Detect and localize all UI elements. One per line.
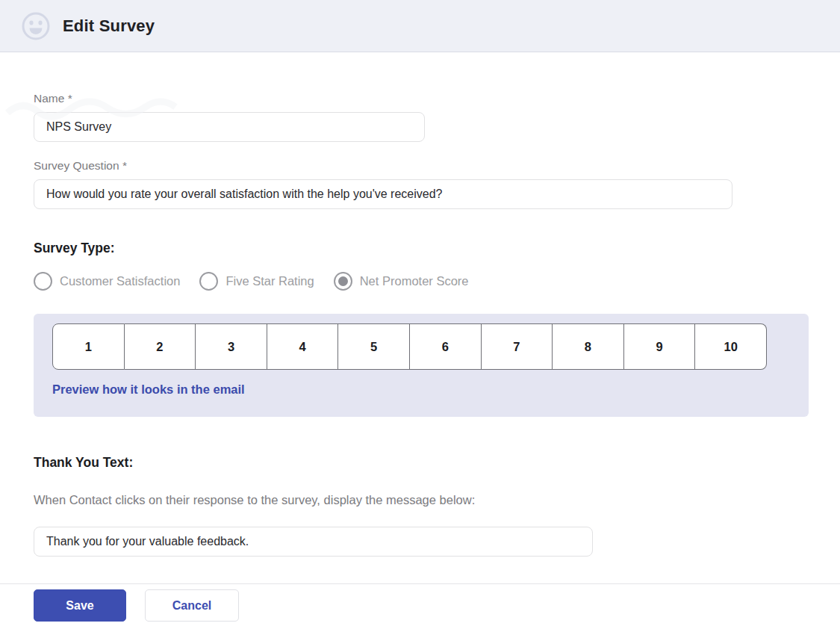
nps-score-box: 1 [52,323,125,370]
nps-score-row: 12345678910 [52,323,767,370]
footer-actions: Save Cancel [34,589,806,622]
radio-label: Five Star Rating [225,274,314,288]
radio-label: Customer Satisfaction [60,274,180,288]
thank-you-input[interactable] [34,527,593,557]
nps-score-box: 3 [196,323,267,370]
nps-score-box: 6 [410,323,482,370]
thank-you-instruction: When Contact clicks on their response to… [34,493,806,507]
radio-label: Net Promoter Score [360,274,469,288]
nps-score-box: 2 [125,323,196,370]
page-header: Edit Survey [0,0,840,52]
nps-score-box: 9 [624,323,696,370]
footer-divider [0,583,840,584]
nps-score-box: 7 [482,323,553,370]
edit-survey-form: Name * Survey Question * Survey Type: Cu… [0,92,840,622]
survey-type-radio[interactable]: Net Promoter Score [334,272,469,291]
radio-icon [199,272,218,291]
survey-type-heading: Survey Type: [34,241,806,256]
nps-score-box: 5 [338,323,410,370]
radio-icon [34,272,52,291]
survey-type-options: Customer Satisfaction Five Star Rating N… [34,272,806,291]
nps-preview-panel: 12345678910 Preview how it looks in the … [34,314,809,417]
nps-score-box: 4 [267,323,339,370]
survey-type-radio[interactable]: Five Star Rating [199,272,314,291]
page-title: Edit Survey [63,16,155,36]
cancel-button[interactable]: Cancel [145,589,239,622]
save-button[interactable]: Save [34,589,126,622]
survey-question-input[interactable] [34,179,732,209]
mood-icon [21,11,51,41]
name-label: Name * [34,92,806,105]
radio-icon [334,272,352,291]
survey-question-label: Survey Question * [34,159,806,173]
name-input[interactable] [34,112,425,142]
email-preview-link[interactable]: Preview how it looks in the email [52,382,245,397]
nps-score-box: 8 [553,323,624,370]
survey-type-radio[interactable]: Customer Satisfaction [34,272,180,291]
thank-you-heading: Thank You Text: [34,455,806,471]
nps-score-box: 10 [695,323,767,370]
